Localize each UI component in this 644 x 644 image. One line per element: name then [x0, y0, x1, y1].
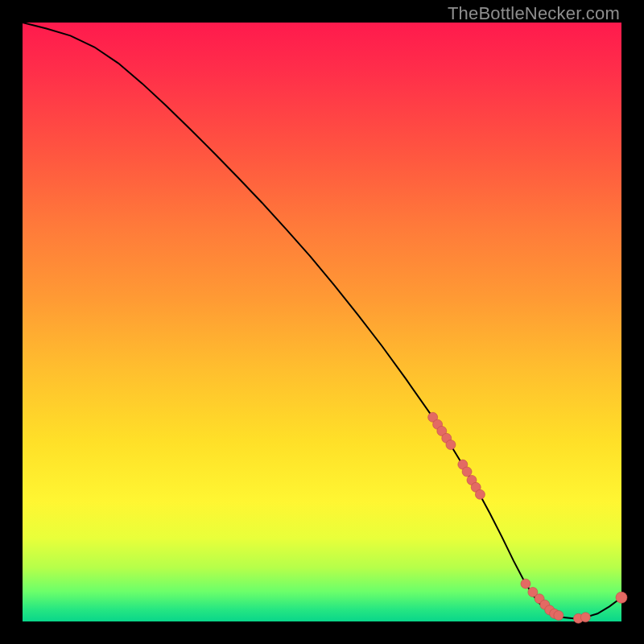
data-point [446, 440, 456, 450]
data-point [475, 489, 485, 499]
data-point [521, 579, 530, 588]
data-point [462, 467, 472, 477]
data-point [616, 592, 627, 603]
watermark-text: TheBottleNecker.com [448, 3, 620, 24]
chart-overlay [23, 23, 621, 621]
bottleneck-curve [23, 23, 621, 618]
chart-stage: TheBottleNecker.com [0, 0, 644, 644]
data-markers [428, 412, 627, 623]
data-point [554, 611, 564, 621]
data-point [580, 613, 590, 622]
